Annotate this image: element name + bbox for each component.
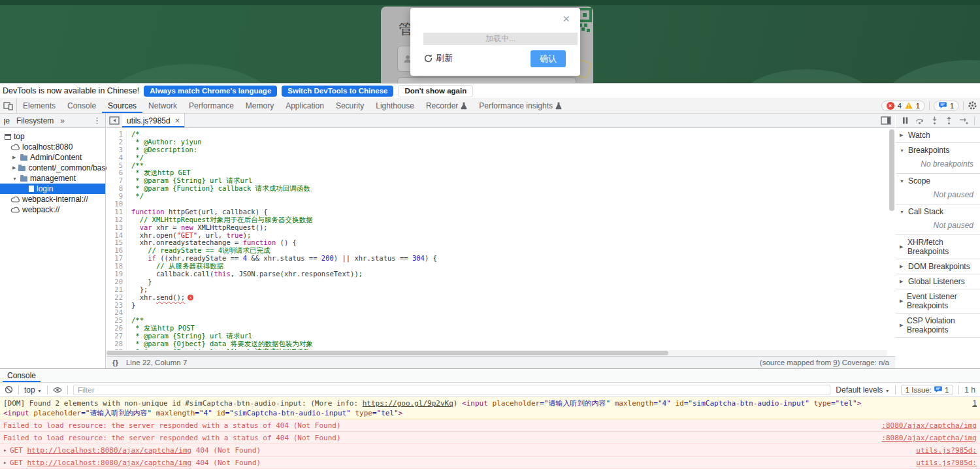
message-source-link[interactable]: utils.js?985d: bbox=[909, 458, 977, 468]
message-link[interactable]: http://localhost:8080/ajax/captcha/img bbox=[27, 446, 192, 455]
navigator-menu-icon[interactable]: ⋮ bbox=[93, 116, 101, 125]
code-line: 20 } bbox=[106, 278, 895, 286]
infobar-message: DevTools is now available in Chinese! bbox=[3, 86, 139, 95]
section-header-call-stack[interactable]: ▼Call Stack bbox=[896, 204, 980, 219]
inline-error-icon[interactable]: × bbox=[188, 295, 193, 300]
message-source-link[interactable]: :8080/ajax/captcha/img bbox=[875, 421, 977, 430]
chevron-collapsed-icon[interactable]: ▶ bbox=[12, 155, 18, 160]
section-header-dom-breakpoints[interactable]: ▶DOM Breakpoints bbox=[896, 259, 980, 274]
line-number[interactable]: 5 bbox=[106, 162, 126, 170]
code-text bbox=[126, 309, 131, 317]
errors-warnings-badge[interactable]: × 4 1 bbox=[881, 101, 925, 111]
chevron-expanded-icon[interactable]: ▼ bbox=[12, 176, 18, 181]
line-number[interactable]: 22 bbox=[106, 294, 126, 302]
line-number[interactable]: 8 bbox=[106, 185, 126, 193]
braces-icon[interactable]: {} bbox=[112, 359, 118, 366]
section-header-global-listeners[interactable]: ▶Global Listeners bbox=[896, 274, 980, 289]
line-number[interactable]: 7 bbox=[106, 177, 126, 185]
tree-item-login[interactable]: login bbox=[0, 184, 105, 194]
tab-console[interactable]: Console bbox=[61, 98, 102, 113]
levels-label: Default levels bbox=[836, 385, 883, 395]
issues-badge[interactable]: 1 bbox=[934, 101, 959, 111]
hidden-messages-label[interactable]: 1 h bbox=[964, 385, 975, 395]
line-number[interactable]: 11 bbox=[106, 208, 126, 216]
step-over-icon[interactable] bbox=[915, 116, 924, 125]
clear-console-icon[interactable] bbox=[5, 385, 13, 394]
tree-item-top[interactable]: top bbox=[0, 131, 105, 142]
context-selector[interactable]: top ▼ bbox=[24, 385, 42, 395]
mapped-suffix: ) Coverage: n/a bbox=[838, 359, 889, 366]
horizontal-scrollbar[interactable] bbox=[106, 350, 887, 356]
settings-gear-icon[interactable] bbox=[968, 101, 977, 110]
message-source-link[interactable]: :8080/ajax/captcha/img bbox=[875, 433, 977, 443]
line-number[interactable]: 1 bbox=[106, 131, 126, 138]
line-number[interactable]: 6 bbox=[106, 169, 126, 177]
tree-item-management[interactable]: ▼management bbox=[0, 173, 105, 184]
tab-recorder[interactable]: Recorder bbox=[420, 98, 473, 113]
eye-icon[interactable] bbox=[53, 386, 62, 394]
more-tabs-chevron[interactable]: » bbox=[60, 116, 65, 125]
modal-close-icon[interactable]: × bbox=[563, 13, 570, 25]
message-text: GET http://localhost:8080/ajax/captcha/i… bbox=[10, 445, 909, 455]
section-header-csp-violation-breakpoints[interactable]: ▶CSP Violation Breakpoints bbox=[896, 314, 980, 337]
tree-item-content-common-base-js[interactable]: ▶content/_common/base/js bbox=[0, 163, 105, 173]
console-filter-input[interactable] bbox=[73, 385, 830, 395]
tab-network[interactable]: Network bbox=[142, 98, 183, 113]
tree-item-admin-content[interactable]: ▶Admin/Content bbox=[0, 152, 105, 163]
chevron-collapsed-icon[interactable]: ▶ bbox=[12, 165, 16, 170]
section-header-xhr-fetch-breakpoints[interactable]: ▶XHR/fetch Breakpoints bbox=[896, 235, 980, 259]
refresh-button[interactable]: 刷新 bbox=[423, 52, 453, 64]
line-number[interactable]: 2 bbox=[106, 138, 126, 146]
tab-sources[interactable]: Sources bbox=[102, 98, 142, 113]
tab-filesystem[interactable]: Filesystem bbox=[16, 116, 54, 125]
message-source-link[interactable]: utils.js?985d: bbox=[909, 445, 977, 455]
editor-tab-utils-js[interactable]: utils.js?985d × bbox=[122, 114, 185, 127]
confirm-button[interactable]: 确认 bbox=[531, 50, 566, 67]
message-source-link[interactable]: 1 bbox=[966, 398, 977, 408]
step-into-icon[interactable] bbox=[930, 116, 939, 125]
issues-counter[interactable]: 1 Issue: 1 bbox=[901, 385, 954, 395]
expand-triangle-icon[interactable]: ▸ bbox=[3, 445, 10, 455]
tab-performance-insights[interactable]: Performance insights bbox=[473, 98, 568, 113]
tab-console-drawer[interactable]: Console bbox=[3, 369, 41, 382]
scrollbar-thumb[interactable] bbox=[106, 351, 668, 355]
captcha-loading-field[interactable]: 加载中... bbox=[423, 33, 578, 45]
line-number[interactable]: 12 bbox=[106, 216, 126, 224]
tree-item-webpack-internal[interactable]: webpack-internal:// bbox=[0, 194, 105, 204]
step-out-icon[interactable] bbox=[945, 116, 953, 125]
toggle-navigator-icon[interactable] bbox=[106, 114, 122, 127]
expand-triangle-icon[interactable]: ▸ bbox=[3, 458, 10, 468]
tree-item-localhost-8080[interactable]: localhost:8080 bbox=[0, 142, 105, 152]
toggle-debugger-sidebar-icon[interactable] bbox=[881, 116, 891, 125]
line-number[interactable]: 3 bbox=[106, 146, 126, 154]
tab-application[interactable]: Application bbox=[280, 98, 330, 113]
switch-to-chinese-button[interactable]: Switch DevTools to Chinese bbox=[282, 86, 393, 97]
tab-memory[interactable]: Memory bbox=[240, 98, 280, 113]
section-header-event-listener-breakpoints[interactable]: ▶Event Listener Breakpoints bbox=[896, 289, 980, 313]
section-header-breakpoints[interactable]: ▼Breakpoints bbox=[896, 143, 980, 157]
tree-item-webpack[interactable]: webpack:// bbox=[0, 204, 105, 215]
cloud-icon bbox=[10, 144, 20, 150]
match-language-button[interactable]: Always match Chrome's language bbox=[144, 86, 277, 97]
tab-lighthouse[interactable]: Lighthouse bbox=[370, 98, 420, 113]
tab-elements[interactable]: Elements bbox=[17, 98, 61, 113]
tab-security[interactable]: Security bbox=[330, 98, 370, 113]
vertical-scrollbar[interactable] bbox=[889, 129, 894, 211]
code-editor[interactable]: 1/*2 * @Author: yiyun3 * @Description: 4… bbox=[106, 128, 895, 356]
step-icon[interactable] bbox=[959, 116, 968, 125]
message-link[interactable]: https://goo.gl/9p2vKq bbox=[363, 399, 453, 408]
tab-performance[interactable]: Performance bbox=[183, 98, 240, 113]
line-number[interactable]: 4 bbox=[106, 154, 126, 162]
line-number[interactable]: 21 bbox=[106, 286, 126, 294]
line-number[interactable]: 13 bbox=[106, 224, 126, 232]
section-header-watch[interactable]: ▶Watch bbox=[896, 128, 980, 142]
message-link[interactable]: http://localhost:8080/ajax/captcha/img bbox=[27, 459, 192, 467]
dont-show-again-button[interactable]: Don't show again bbox=[398, 85, 473, 97]
close-tab-icon[interactable]: × bbox=[175, 116, 180, 125]
log-levels-selector[interactable]: Default levels ▼ bbox=[836, 385, 889, 395]
tab-page[interactable]: Page bbox=[4, 116, 10, 125]
pause-icon[interactable] bbox=[901, 116, 909, 125]
toggle-device-toolbar-button[interactable] bbox=[0, 98, 17, 113]
password-input[interactable] bbox=[397, 77, 576, 83]
section-header-scope[interactable]: ▼Scope bbox=[896, 174, 980, 188]
